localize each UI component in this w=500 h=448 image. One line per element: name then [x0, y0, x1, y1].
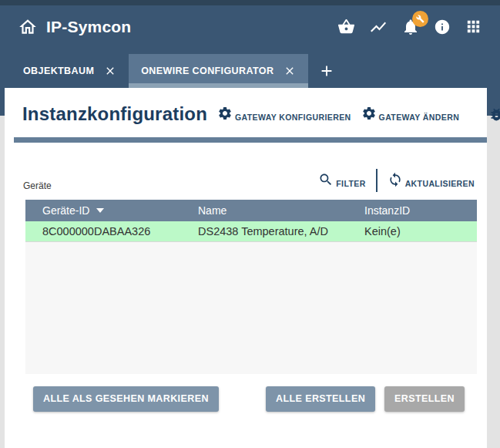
ip-symcon-app: IP-Symcon: [0, 0, 500, 448]
footer-buttons: ALLE ALS GESEHEN MARKIEREN ALLE ERSTELLE…: [33, 386, 465, 412]
gateway-change-label: GATEWAY ÄNDERN: [379, 113, 460, 123]
basket-icon[interactable]: [337, 18, 355, 35]
gateway-configure-label: GATEWAY KONFIGURIEREN: [235, 113, 351, 123]
home-icon[interactable]: [18, 17, 38, 37]
tab-objektbaum[interactable]: OBJEKTBAUM: [11, 54, 129, 88]
gear-icon: [217, 106, 233, 123]
wrench-icon: [416, 15, 424, 23]
column-header-instanzid[interactable]: InstanzID: [347, 204, 477, 217]
app-header: IP-Symcon: [0, 5, 500, 48]
tab-onewire-configurator[interactable]: ONEWIRE CONFIGURATOR: [129, 54, 308, 88]
cell-instanzid: Kein(e): [347, 225, 477, 237]
column-label: Name: [198, 204, 227, 217]
notification-badge: [412, 11, 428, 27]
sort-desc-icon: [96, 208, 104, 213]
create-all-button[interactable]: ALLE ERSTELLEN: [266, 386, 375, 412]
actions-divider: [376, 169, 378, 192]
scrollbar-track[interactable]: [487, 116, 500, 448]
gear-icon: [361, 106, 377, 123]
cell-geraete-id: 8C000000DABAA326: [25, 225, 181, 237]
mark-all-seen-button[interactable]: ALLE ALS GESEHEN MARKIEREN: [33, 386, 219, 412]
column-label: Geräte-ID: [42, 204, 89, 217]
refresh-icon: [388, 172, 403, 190]
column-header-name[interactable]: Name: [181, 204, 347, 217]
app-title: IP-Symcon: [46, 18, 131, 36]
table-empty-area: [25, 242, 477, 374]
devices-section-label: Geräte: [23, 180, 52, 191]
tab-label: OBJEKTBAUM: [23, 66, 94, 76]
devices-table: Geräte-ID Name InstanzID 8C000000DABAA32…: [25, 200, 477, 374]
table-row[interactable]: 8C000000DABAA326 DS2438 Temperature, A/D…: [25, 221, 477, 242]
title-underline-bar: [14, 137, 487, 143]
close-icon[interactable]: [284, 65, 296, 77]
trending-icon[interactable]: [369, 18, 388, 36]
content-card: Instanzkonfiguration GATEWAY KONFIGURIER…: [5, 88, 487, 448]
top-strip: [0, 0, 500, 5]
refresh-button[interactable]: AKTUALISIEREN: [388, 172, 475, 190]
tab-bar: OBJEKTBAUM ONEWIRE CONFIGURATOR: [0, 54, 500, 88]
toolbar: Instanzkonfiguration GATEWAY KONFIGURIER…: [22, 97, 476, 131]
column-header-geraete-id[interactable]: Geräte-ID: [25, 204, 181, 217]
header-icon-group: [337, 18, 482, 36]
refresh-label: AKTUALISIEREN: [405, 179, 475, 190]
info-icon[interactable]: [434, 19, 451, 35]
gateway-change-button[interactable]: GATEWAY ÄNDERN: [361, 106, 460, 123]
debug-button[interactable]: [488, 106, 500, 123]
apps-icon[interactable]: [465, 18, 482, 35]
cell-name: DS2438 Temperature, A/D: [181, 225, 347, 237]
table-header-row: Geräte-ID Name InstanzID: [25, 200, 477, 221]
page-title: Instanzkonfiguration: [22, 103, 207, 125]
gateway-configure-button[interactable]: GATEWAY KONFIGURIEREN: [217, 106, 351, 123]
close-icon[interactable]: [104, 65, 116, 77]
tab-label: ONEWIRE CONFIGURATOR: [141, 66, 273, 76]
search-icon: [318, 172, 334, 190]
notifications-icon[interactable]: [401, 18, 420, 36]
table-actions: FILTER AKTUALISIEREN: [318, 167, 475, 194]
filter-label: FILTER: [336, 179, 365, 190]
column-label: InstanzID: [364, 204, 410, 217]
bug-icon: [488, 106, 500, 123]
filter-button[interactable]: FILTER: [318, 172, 365, 190]
add-tab-button[interactable]: [318, 54, 335, 88]
create-button[interactable]: ERSTELLEN: [384, 386, 465, 412]
